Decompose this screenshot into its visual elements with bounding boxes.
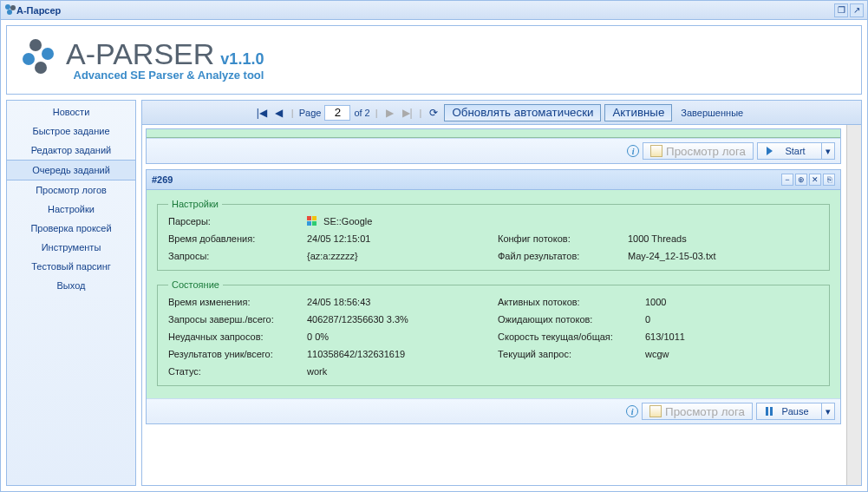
brand-name: A-PARSER bbox=[66, 37, 214, 70]
filter-completed-button[interactable]: Завершенные bbox=[675, 108, 748, 118]
head-btn-3[interactable]: ✕ bbox=[809, 174, 821, 186]
label-added: Время добавления: bbox=[168, 233, 307, 244]
refresh-button[interactable]: ⟳ bbox=[427, 107, 441, 119]
label-queries: Запросы: bbox=[168, 251, 307, 261]
start-split-button: Start ▾ bbox=[757, 142, 835, 160]
logo-mark-icon bbox=[17, 39, 59, 77]
info-icon[interactable]: i bbox=[627, 145, 639, 157]
sidebar-item-test-parsing[interactable]: Тестовый парсинг bbox=[7, 257, 135, 276]
page-input[interactable] bbox=[324, 105, 350, 121]
btn-label: Завершенные bbox=[681, 108, 743, 118]
start-button[interactable]: Start bbox=[758, 143, 822, 159]
brand-tagline: Advanced SE Parser & Analyze tool bbox=[66, 69, 264, 82]
view-log-button[interactable]: Просмотр лога bbox=[643, 142, 754, 160]
sidebar-item-quick-task[interactable]: Быстрое задание bbox=[7, 121, 135, 141]
value-status: work bbox=[307, 366, 498, 377]
auto-refresh-toggle[interactable]: Обновлять автоматически bbox=[444, 104, 601, 121]
state-legend: Состояние bbox=[168, 279, 223, 290]
task-list: i Просмотр лога Start ▾ bbox=[142, 125, 846, 485]
sidebar-item-task-queue[interactable]: Очередь заданий bbox=[7, 160, 135, 180]
restore-button[interactable]: ❐ bbox=[834, 3, 848, 17]
btn-label: Просмотр лога bbox=[666, 145, 746, 158]
sidebar-item-proxy-check[interactable]: Проверка проксей bbox=[7, 219, 135, 238]
filter-active-button[interactable]: Активные bbox=[604, 104, 672, 121]
btn-label: Просмотр лога bbox=[665, 405, 745, 418]
value-added: 24/05 12:15:01 bbox=[307, 233, 498, 244]
label-thread-config: Конфиг потоков: bbox=[498, 233, 628, 244]
prev-page-button[interactable]: ◀ bbox=[272, 107, 286, 119]
label-queries-done: Запросы заверш./всего: bbox=[168, 314, 307, 325]
state-fieldset: Состояние Время изменения: 24/05 18:56:4… bbox=[157, 279, 830, 386]
label-parsers: Парсеры: bbox=[168, 216, 307, 226]
brand-version: v1.1.0 bbox=[220, 50, 264, 68]
scrollbar[interactable] bbox=[846, 125, 861, 485]
value-parsers: SE::Google bbox=[307, 216, 498, 226]
settings-legend: Настройки bbox=[168, 199, 222, 209]
sidebar-item-settings[interactable]: Настройки bbox=[7, 200, 135, 219]
head-btn-2[interactable]: ⊕ bbox=[795, 174, 807, 186]
task-card-prev: i Просмотр лога Start ▾ bbox=[146, 128, 841, 164]
page-of: of 2 bbox=[354, 108, 369, 118]
popout-button[interactable]: ↗ bbox=[850, 3, 864, 17]
page-label: Page bbox=[299, 108, 322, 118]
sidebar-item-label: Просмотр логов bbox=[36, 185, 107, 195]
sidebar-item-label: Редактор заданий bbox=[31, 145, 111, 155]
next-page-button[interactable]: ▶ bbox=[383, 107, 397, 119]
value-active-threads: 1000 bbox=[645, 297, 819, 307]
sidebar-item-news[interactable]: Новости bbox=[7, 102, 135, 121]
svg-point-2 bbox=[7, 10, 12, 15]
sidebar-item-task-editor[interactable]: Редактор заданий bbox=[7, 141, 135, 160]
sidebar-item-label: Инструменты bbox=[42, 242, 101, 253]
svg-point-0 bbox=[5, 4, 10, 10]
start-dropdown-arrow[interactable]: ▾ bbox=[822, 143, 834, 159]
info-icon[interactable]: i bbox=[626, 405, 638, 417]
pause-icon bbox=[766, 407, 773, 416]
label-active-threads: Активных потоков: bbox=[498, 297, 645, 307]
sidebar-item-label: Быстрое задание bbox=[32, 126, 109, 136]
head-btn-4[interactable]: ⎘ bbox=[823, 174, 835, 186]
value-changed: 24/05 18:56:43 bbox=[307, 297, 498, 307]
label-current-query: Текущий запрос: bbox=[498, 349, 645, 359]
btn-label: Pause bbox=[778, 406, 813, 417]
value-results: 110358642/132631619 bbox=[307, 349, 498, 359]
content: Новости Быстрое задание Редактор заданий… bbox=[6, 100, 862, 486]
app-window: А-Парсер ❐ ↗ A-PARSER v1.1.0 Advanced SE… bbox=[0, 0, 868, 492]
label-waiting-threads: Ожидающих потоков: bbox=[498, 314, 645, 325]
logo: A-PARSER v1.1.0 Advanced SE Parser & Ana… bbox=[17, 39, 264, 82]
collapse-button[interactable]: − bbox=[781, 174, 793, 186]
sidebar-item-view-logs[interactable]: Просмотр логов bbox=[7, 180, 135, 200]
pause-dropdown-arrow[interactable]: ▾ bbox=[822, 403, 834, 419]
sidebar-item-label: Настройки bbox=[48, 204, 95, 214]
app-icon bbox=[4, 3, 16, 17]
sidebar-item-label: Проверка проксей bbox=[30, 223, 111, 233]
task-id: #269 bbox=[152, 174, 173, 185]
btn-label: Обновлять автоматически bbox=[452, 106, 593, 119]
first-page-button[interactable]: |◀ bbox=[255, 107, 269, 119]
sidebar-item-tools[interactable]: Инструменты bbox=[7, 238, 135, 257]
label-failed: Неудачных запросов: bbox=[168, 331, 307, 342]
value-speed: 613/1011 bbox=[645, 331, 819, 342]
sidebar: Новости Быстрое задание Редактор заданий… bbox=[6, 100, 136, 486]
last-page-button[interactable]: ▶| bbox=[401, 107, 414, 119]
value-waiting-threads: 0 bbox=[645, 314, 819, 325]
sidebar-item-exit[interactable]: Выход bbox=[7, 276, 135, 295]
svg-point-1 bbox=[10, 5, 16, 10]
card-header: #269 − ⊕ ✕ ⎘ bbox=[147, 170, 840, 190]
pause-button[interactable]: Pause bbox=[757, 403, 822, 419]
label-speed: Скорость текущая/общая: bbox=[498, 331, 645, 342]
settings-fieldset: Настройки Парсеры: SE::Google bbox=[157, 199, 830, 271]
play-icon bbox=[767, 147, 773, 155]
google-icon bbox=[307, 216, 317, 226]
titlebar: А-Парсер ❐ ↗ bbox=[1, 1, 867, 20]
log-icon bbox=[649, 405, 662, 417]
view-log-button[interactable]: Просмотр лога bbox=[642, 403, 753, 420]
task-card-269: #269 − ⊕ ✕ ⎘ Настройки Парсеры: bbox=[146, 169, 841, 424]
value-failed: 0 0% bbox=[307, 331, 498, 342]
card-footer: i Просмотр лога Start ▾ bbox=[147, 138, 840, 163]
paging-toolbar: |◀ ◀ | Page of 2 | ▶ ▶| | ⟳ Обновлять ав… bbox=[142, 101, 861, 125]
value-thread-config: 1000 Threads bbox=[628, 233, 819, 244]
pause-split-button: Pause ▾ bbox=[756, 403, 835, 420]
label-changed: Время изменения: bbox=[168, 297, 307, 307]
btn-label: Start bbox=[778, 146, 813, 156]
label-result-file: Файл результатов: bbox=[498, 251, 628, 261]
